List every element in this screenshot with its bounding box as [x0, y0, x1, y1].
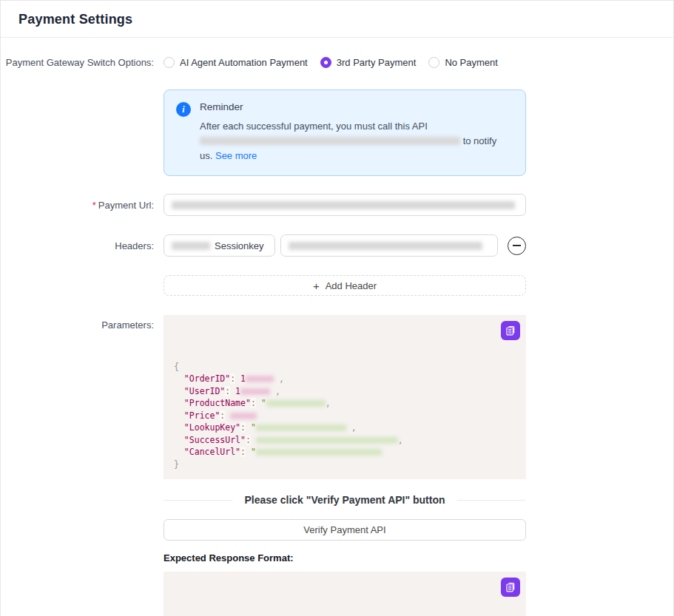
reminder-text-line2: to notify: [200, 134, 496, 149]
parameters-code-block: { "OrderID": 1 , "UserID": 1 , "ProductN…: [164, 315, 526, 479]
payment-url-row: *Payment Url:: [1, 194, 673, 216]
payment-settings-form: Payment Gateway Switch Options: AI Agent…: [1, 38, 673, 616]
redacted-value: [256, 424, 346, 431]
required-mark: *: [92, 200, 96, 211]
code-line: {: [174, 361, 516, 373]
remove-header-icon[interactable]: [508, 237, 526, 255]
reminder-text-line1: After each successful payment, you must …: [200, 119, 496, 134]
response-code-block: { "Data": { "URL": "https://checkout.str…: [164, 572, 526, 616]
add-header-button[interactable]: + Add Header: [164, 275, 526, 296]
add-header-row: + Add Header: [1, 275, 673, 296]
header-value-input[interactable]: [280, 234, 498, 257]
radio-option-no-payment[interactable]: No Payment: [428, 57, 498, 68]
code-line: }: [174, 458, 516, 471]
payment-url-label: Payment Url:: [98, 200, 154, 211]
code-line: "Price":: [174, 410, 516, 422]
gateway-radio-group: AI Agent Automation Payment3rd Party Pay…: [164, 57, 526, 68]
plus-icon: +: [313, 280, 320, 291]
redacted-api-url: [200, 137, 460, 145]
code-line: "OrderID": 1 ,: [174, 373, 516, 385]
redacted-value: [256, 449, 382, 456]
code-line: "LookupKey": " ,: [174, 422, 516, 434]
code-line: "UserID": 1 ,: [174, 385, 516, 398]
payment-url-input[interactable]: [164, 194, 526, 216]
redacted-value: [230, 413, 257, 419]
reminder-alert: i Reminder After each successful payment…: [164, 89, 526, 176]
reminder-text-line3: us. See more: [200, 149, 496, 163]
parameters-label: Parameters:: [1, 315, 164, 331]
page-header: Payment Settings: [1, 1, 673, 38]
code-line: "SuccessUrl": ,: [174, 434, 516, 447]
verify-divider: Please click "Verify Payment API" button: [164, 494, 526, 506]
reminder-row: i Reminder After each successful payment…: [1, 89, 673, 176]
redacted-header-value: [289, 242, 482, 250]
code-line: "ProductName": ",: [174, 397, 516, 410]
page-title: Payment Settings: [18, 12, 656, 27]
info-icon: i: [176, 102, 191, 117]
radio-option-3rd-party-payment[interactable]: 3rd Party Payment: [320, 57, 417, 68]
reminder-title: Reminder: [200, 101, 496, 112]
redacted-value: [256, 437, 398, 444]
copy-icon[interactable]: [501, 321, 520, 340]
redacted-value: [246, 376, 274, 382]
code-line: "CancelUrl": ": [174, 446, 516, 458]
payment-settings-page: Payment Settings Payment Gateway Switch …: [0, 0, 674, 616]
verify-payment-api-button[interactable]: Verify Payment API: [164, 519, 526, 541]
parameters-row: Parameters: { "OrderID": 1 , "UserID": 1…: [1, 315, 673, 479]
copy-icon[interactable]: [501, 578, 520, 597]
expected-response-label: Expected Response Format:: [164, 552, 526, 563]
gateway-label: Payment Gateway Switch Options:: [1, 57, 164, 68]
headers-label: Headers:: [1, 240, 164, 251]
redacted-payment-url: [172, 201, 515, 209]
radio-unselected-icon[interactable]: [164, 57, 175, 68]
gateway-row: Payment Gateway Switch Options: AI Agent…: [1, 57, 673, 68]
redacted-value: [240, 388, 270, 395]
header-key-input[interactable]: Sessionkey: [164, 234, 275, 257]
verify-divider-text: Please click "Verify Payment API" button: [244, 494, 445, 506]
see-more-link[interactable]: See more: [215, 150, 257, 161]
radio-option-label: AI Agent Automation Payment: [180, 57, 308, 68]
radio-option-label: No Payment: [445, 57, 498, 68]
headers-row: Headers: Sessionkey: [1, 234, 673, 257]
radio-option-label: 3rd Party Payment: [337, 57, 417, 68]
redacted-value: [266, 400, 326, 407]
radio-selected-icon[interactable]: [320, 57, 331, 68]
redacted-header-key-prefix: [172, 242, 210, 250]
radio-unselected-icon[interactable]: [428, 57, 439, 68]
radio-option-ai-agent-automation-payment[interactable]: AI Agent Automation Payment: [164, 57, 308, 68]
header-key-text: Sessionkey: [215, 240, 263, 251]
